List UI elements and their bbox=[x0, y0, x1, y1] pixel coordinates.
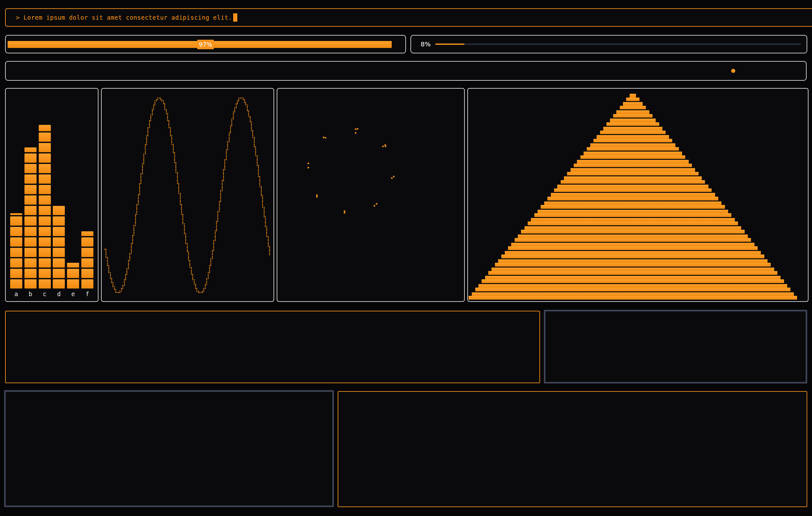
scatter-dot bbox=[374, 205, 375, 206]
sine-dot bbox=[227, 144, 228, 145]
sine-dot bbox=[254, 138, 255, 139]
sine-dot bbox=[261, 191, 262, 192]
scatter-dot bbox=[344, 212, 345, 213]
sine-dot bbox=[203, 288, 204, 289]
sine-dot bbox=[124, 279, 125, 280]
sine-dot bbox=[167, 116, 168, 117]
sine-dot bbox=[264, 217, 265, 217]
sine-dot bbox=[159, 97, 160, 98]
sine-dot bbox=[222, 186, 223, 187]
sine-dot bbox=[129, 258, 130, 259]
bar-column-d bbox=[53, 206, 65, 288]
sine-dot bbox=[125, 277, 126, 278]
sine-dot bbox=[147, 127, 148, 128]
sine-dot bbox=[147, 130, 148, 131]
sine-dot bbox=[265, 223, 266, 224]
sine-dot bbox=[145, 151, 146, 152]
bar-segment-partial bbox=[67, 263, 79, 267]
sine-dot bbox=[162, 99, 162, 100]
sine-wave-plot bbox=[102, 89, 273, 300]
sine-dot bbox=[258, 167, 259, 168]
sine-dot bbox=[175, 166, 176, 167]
sine-dot bbox=[215, 240, 216, 241]
sine-dot bbox=[147, 135, 148, 136]
sine-dot bbox=[251, 127, 252, 128]
sine-dot bbox=[262, 205, 263, 206]
sine-dot bbox=[206, 284, 207, 285]
sine-dot bbox=[180, 193, 181, 194]
sine-dot bbox=[237, 102, 238, 103]
sine-dot bbox=[220, 195, 221, 196]
bar-segment-partial bbox=[81, 231, 93, 236]
tracker-marker-dot[interactable] bbox=[731, 69, 735, 73]
sine-dot bbox=[181, 214, 182, 215]
bar-segment bbox=[10, 237, 22, 247]
sine-dot bbox=[113, 282, 113, 283]
sine-dot bbox=[195, 285, 196, 286]
sine-dot bbox=[220, 191, 221, 192]
bar-segment bbox=[53, 217, 65, 226]
sine-dot bbox=[143, 153, 144, 154]
bar-category-label: f bbox=[81, 290, 93, 297]
sine-dot bbox=[177, 173, 178, 174]
sine-dot bbox=[168, 120, 169, 121]
sine-dot bbox=[128, 260, 129, 261]
sine-dot bbox=[247, 106, 248, 107]
sine-dot bbox=[115, 291, 116, 292]
sine-dot bbox=[143, 162, 144, 163]
pyramid-row bbox=[521, 230, 744, 233]
sine-dot bbox=[142, 172, 143, 173]
sine-dot bbox=[233, 116, 234, 117]
sine-dot bbox=[119, 291, 120, 292]
sine-dot bbox=[247, 109, 248, 110]
sine-dot bbox=[216, 226, 217, 227]
sine-dot bbox=[138, 204, 139, 205]
progress-bar-secondary: 8% bbox=[410, 35, 807, 53]
sine-dot bbox=[215, 239, 216, 240]
sine-dot bbox=[208, 274, 209, 275]
sine-dot bbox=[258, 174, 259, 175]
tracker-row bbox=[5, 61, 807, 81]
sine-dot bbox=[131, 253, 132, 254]
sine-dot bbox=[212, 251, 213, 252]
sine-dot bbox=[203, 289, 204, 290]
sine-dot bbox=[194, 284, 195, 285]
bar-segment bbox=[39, 195, 51, 205]
bar-segment bbox=[53, 237, 65, 247]
sine-dot bbox=[182, 221, 183, 222]
sine-dot bbox=[107, 260, 108, 261]
bar-segment-partial bbox=[39, 125, 51, 131]
sine-dot bbox=[202, 291, 203, 292]
sine-dot bbox=[258, 166, 259, 167]
sine-dot bbox=[209, 272, 210, 273]
sine-dot bbox=[192, 279, 193, 280]
sine-dot bbox=[145, 146, 146, 147]
sine-dot bbox=[145, 145, 146, 146]
sine-dot bbox=[217, 212, 218, 213]
sine-dot bbox=[177, 183, 178, 184]
bar-segment-partial bbox=[10, 213, 22, 215]
sine-dot bbox=[208, 275, 209, 276]
scatter-dot bbox=[308, 163, 309, 164]
sine-dot bbox=[188, 257, 189, 258]
pyramid-row bbox=[613, 114, 652, 118]
sine-dot bbox=[259, 176, 260, 177]
bar-segment bbox=[25, 217, 36, 226]
sine-dot bbox=[140, 176, 141, 177]
sine-dot bbox=[269, 251, 270, 252]
sine-dot bbox=[208, 272, 209, 273]
terminal-input[interactable]: > Lorem ipsum dolor sit amet consectetur… bbox=[5, 8, 812, 27]
sine-dot bbox=[189, 263, 190, 264]
sine-dot bbox=[189, 260, 190, 261]
sine-dot bbox=[140, 180, 141, 181]
sine-dot bbox=[181, 205, 182, 206]
sine-dot bbox=[258, 173, 259, 174]
sine-dot bbox=[261, 190, 262, 191]
sine-dot bbox=[114, 289, 115, 290]
scatter-dot bbox=[316, 196, 318, 198]
sine-dot bbox=[227, 146, 228, 147]
sine-dot bbox=[128, 261, 129, 262]
sine-dot bbox=[215, 233, 216, 234]
sine-dot bbox=[164, 106, 165, 107]
sine-dot bbox=[259, 186, 260, 187]
